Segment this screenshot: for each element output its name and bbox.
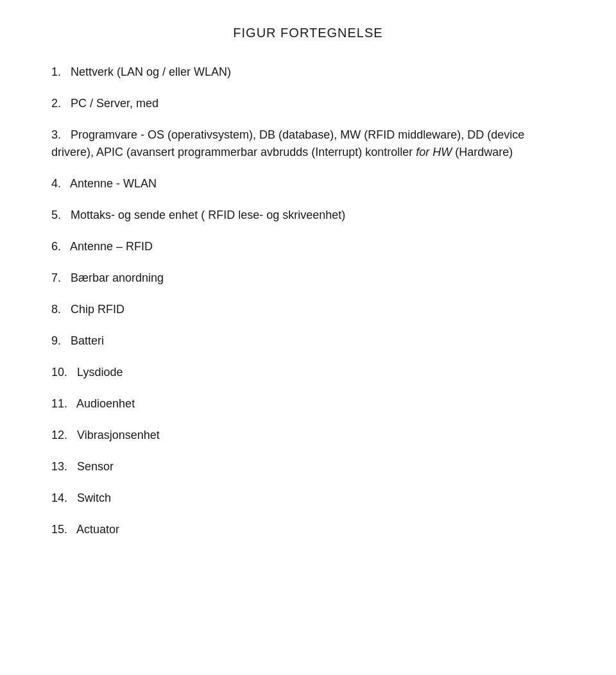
list-item: 10. Lysdiode	[51, 364, 565, 381]
item-text: Nettverk (LAN og / eller WLAN)	[71, 65, 231, 78]
item-text: Sensor	[77, 460, 114, 473]
list-item: 5. Mottaks- og sende enhet ( RFID lese- …	[51, 207, 565, 224]
item-number: 14.	[51, 491, 67, 504]
list-item: 9. Batteri	[51, 332, 565, 350]
item-number: 13.	[51, 460, 67, 473]
list-item: 13. Sensor	[51, 458, 565, 475]
item-number: 12.	[51, 429, 67, 441]
list-item: 12. Vibrasjonsenhet	[51, 427, 565, 444]
item-text: Audioenhet	[76, 397, 135, 410]
item-number: 3.	[51, 128, 61, 141]
list-item: 6. Antenne – RFID	[51, 238, 565, 255]
figure-list: 1. Nettverk (LAN og / eller WLAN) 2. PC …	[51, 64, 565, 538]
item-number: 1.	[51, 65, 61, 78]
item-text: PC / Server, med	[71, 97, 158, 110]
list-item: 1. Nettverk (LAN og / eller WLAN)	[51, 64, 565, 81]
item-text: Chip RFID	[71, 303, 124, 316]
item-text: Actuator	[76, 523, 119, 536]
page-title: FIGUR FORTEGNELSE	[51, 26, 565, 40]
item-number: 11.	[51, 397, 67, 410]
item-text: Antenne - WLAN	[70, 177, 157, 190]
item-number: 8.	[51, 303, 61, 316]
item-number: 10.	[51, 366, 67, 379]
item-text: Antenne – RFID	[70, 240, 153, 253]
item-text-after: (Hardware)	[452, 146, 513, 158]
item-text: Bærbar anordning	[71, 271, 164, 284]
item-text: Vibrasjonsenhet	[77, 429, 160, 441]
item-text: Switch	[77, 491, 111, 504]
item-text: Mottaks- og sende enhet ( RFID lese- og …	[71, 209, 345, 221]
item-number: 9.	[51, 334, 61, 347]
list-item: 7. Bærbar anordning	[51, 269, 565, 287]
list-item: 8. Chip RFID	[51, 301, 565, 318]
item-number: 5.	[51, 209, 61, 221]
list-item: 4. Antenne - WLAN	[51, 175, 565, 192]
list-item: 11. Audioenhet	[51, 395, 565, 413]
item-number: 15.	[51, 523, 67, 536]
list-item: 2. PC / Server, med	[51, 95, 565, 112]
item-number: 7.	[51, 271, 61, 284]
item-text: Batteri	[71, 334, 104, 347]
item-text: Lysdiode	[77, 366, 123, 379]
list-item: 3. Programvare - OS (operativsystem), DB…	[51, 126, 565, 161]
item-number: 2.	[51, 97, 61, 110]
item-text-italic: for HW	[416, 146, 452, 158]
list-item: 15. Actuator	[51, 521, 565, 538]
item-number: 6.	[51, 240, 61, 253]
list-item: 14. Switch	[51, 490, 565, 507]
item-number: 4.	[51, 177, 61, 190]
